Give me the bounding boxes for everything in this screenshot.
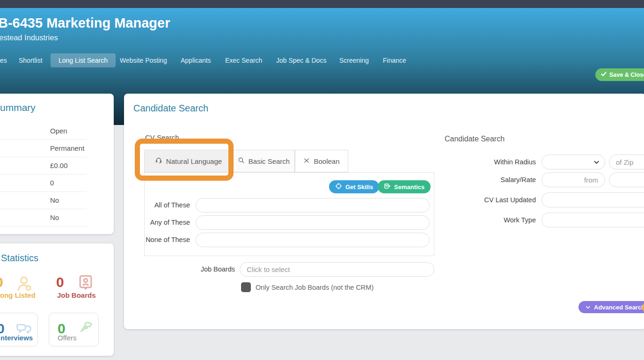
summary-title: ummary xyxy=(0,102,36,113)
offers-card: 0 Offers xyxy=(49,313,99,346)
nav-item-exec-search[interactable]: Exec Search xyxy=(225,57,262,64)
semantics-button[interactable]: Semantics xyxy=(378,180,431,193)
headset-icon xyxy=(155,157,162,166)
summary-value-type: Permanent xyxy=(0,140,87,157)
nav-item-website-posting[interactable]: Website Posting xyxy=(120,57,167,64)
tab-natural-language-label: Natural Language xyxy=(166,157,222,165)
any-of-these-input[interactable] xyxy=(196,215,430,230)
of-zip-input[interactable] xyxy=(609,154,644,169)
boolean-x-icon xyxy=(303,157,310,165)
tab-basic-search[interactable]: Basic Search xyxy=(233,150,295,172)
job-boards-input[interactable] xyxy=(240,262,434,277)
interviews-card: 0 nterviews xyxy=(0,313,38,346)
nav-item-finance[interactable]: Finance xyxy=(383,57,406,64)
salary-to-input[interactable] xyxy=(609,172,644,187)
tab-boolean[interactable]: Boolean xyxy=(295,150,348,172)
save-close-label: Save & Close xyxy=(609,72,644,78)
get-skills-label: Get Skills xyxy=(345,184,373,191)
advanced-search-button[interactable]: Advanced Search xyxy=(578,301,644,313)
top-browser-strip xyxy=(0,0,644,8)
nav-item-applicants[interactable]: Applicants xyxy=(181,57,211,64)
chevron-down-icon xyxy=(593,159,600,165)
semantics-label: Semantics xyxy=(394,184,424,191)
cv-search-label: CV Search xyxy=(145,133,179,141)
any-of-these-label: Any of These xyxy=(124,215,190,230)
only-job-boards-label: Only Search Job Boards (not the CRM) xyxy=(256,284,373,291)
filters-title: Candidate Search xyxy=(445,135,505,143)
job-boards-count: 0 xyxy=(56,274,64,290)
summary-value-status: Open xyxy=(0,123,87,140)
nav-item-cut[interactable]: es xyxy=(0,57,7,64)
offers-label: Offers xyxy=(58,334,77,342)
candidate-search-title: Candidate Search xyxy=(133,103,208,114)
cv-last-updated-label: CV Last Updated xyxy=(424,192,536,207)
nav-item-screening[interactable]: Screening xyxy=(339,57,369,64)
pen-nib-icon xyxy=(77,319,95,338)
all-of-these-label: All of These xyxy=(124,198,190,213)
id-badge-icon xyxy=(77,273,95,293)
page: B-6435 Marketing Manager estead Industri… xyxy=(0,0,644,360)
advanced-search-label: Advanced Search xyxy=(594,304,644,311)
search-icon xyxy=(238,157,245,165)
summary-value-count: 0 xyxy=(0,175,87,192)
all-of-these-input[interactable] xyxy=(196,198,430,213)
long-listed-label: ong Listed xyxy=(0,291,36,299)
get-skills-button[interactable]: Get Skills xyxy=(329,180,379,193)
semantics-list-icon xyxy=(384,183,391,191)
within-radius-label: Within Radius xyxy=(424,154,536,169)
none-of-these-input[interactable] xyxy=(196,233,430,247)
work-type-input[interactable] xyxy=(542,213,644,228)
tab-boolean-label: Boolean xyxy=(314,157,339,165)
nav-item-job-spec-docs[interactable]: Job Spec & Docs xyxy=(276,57,326,64)
within-radius-select[interactable] xyxy=(542,154,605,169)
target-icon xyxy=(335,183,342,191)
salary-rate-label: Salary/Rate xyxy=(424,172,536,187)
job-boards-label: Job Boards xyxy=(57,291,96,299)
job-boards-label: Job Boards xyxy=(171,262,235,277)
statistics-panel: Statistics 0 ong Listed 0 Job Boards 0 n… xyxy=(0,243,114,356)
save-close-button[interactable]: Save & Close xyxy=(595,68,644,81)
summary-value-salary: £0.00 xyxy=(0,157,87,175)
candidate-search-panel: Candidate Search CV Search Natural Langu… xyxy=(124,94,644,329)
statistics-title: Statistics xyxy=(1,253,38,264)
work-type-label: Work Type xyxy=(424,213,536,228)
company-subtitle: estead Industries xyxy=(0,33,58,42)
only-job-boards-checkbox[interactable] xyxy=(241,282,251,292)
page-title: B-6435 Marketing Manager xyxy=(0,15,170,31)
check-icon xyxy=(601,71,607,78)
summary-value-flag2: No xyxy=(0,209,87,227)
nav-item-long-list-search[interactable]: Long List Search xyxy=(51,53,116,67)
tab-basic-search-label: Basic Search xyxy=(249,157,290,165)
nav-item-shortlist[interactable]: Shortlist xyxy=(19,57,43,64)
tab-natural-language[interactable]: Natural Language xyxy=(144,150,233,172)
summary-value-flag1: No xyxy=(0,192,87,209)
long-listed-count: 0 xyxy=(0,274,3,290)
cv-last-updated-input[interactable] xyxy=(542,192,644,207)
chevron-down-icon xyxy=(585,305,591,310)
interviews-label: nterviews xyxy=(0,334,33,342)
summary-panel: ummary Open Permanent £0.00 0 No No xyxy=(0,94,114,234)
none-of-these-label: None of These xyxy=(124,233,190,247)
salary-from-input[interactable] xyxy=(542,172,605,187)
